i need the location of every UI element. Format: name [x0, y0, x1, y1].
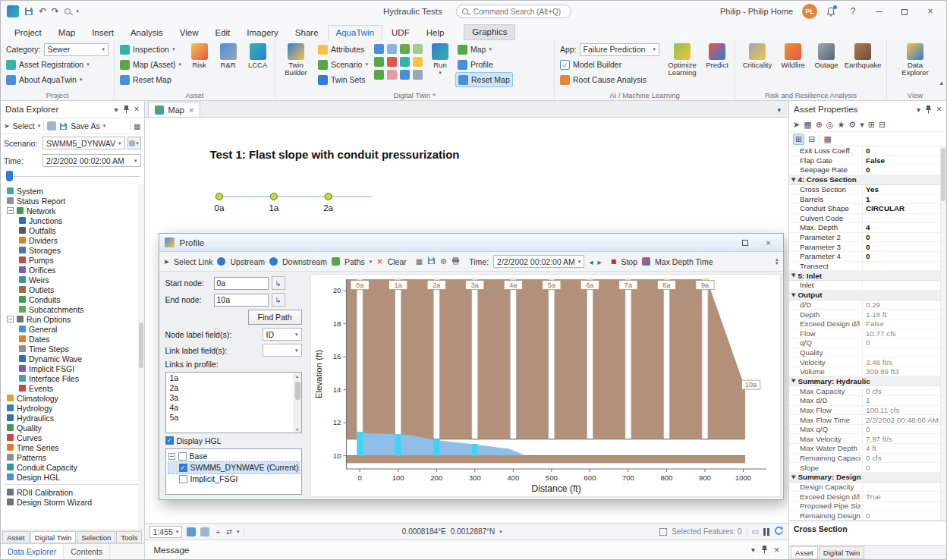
section-collapse-icon[interactable]: ▼: [791, 292, 795, 298]
property-row-remaining-capaci[interactable]: Remaining Capaci0 cfs: [789, 454, 946, 464]
pointer-icon[interactable]: ➤: [793, 121, 800, 129]
ribbon-tab-view[interactable]: View: [172, 26, 206, 40]
save-as-button[interactable]: Save As: [71, 121, 100, 131]
profile-chart-area[interactable]: 0a1a2a3a4a5a6a7a8a9a10a10121416182001002…: [310, 274, 781, 497]
explorer-tab-digital-twin[interactable]: Digital Twin: [30, 531, 76, 543]
explorer-tab-selection[interactable]: Selection: [77, 531, 115, 543]
ribbon-tab-imagery[interactable]: Imagery: [239, 26, 286, 40]
criticality-button[interactable]: Criticality: [740, 42, 775, 71]
property-section-4-cross-section[interactable]: ▼4: Cross Section: [789, 175, 946, 185]
select-link-button[interactable]: Select Link: [174, 257, 212, 266]
run-button[interactable]: Run▾: [427, 42, 453, 78]
property-value[interactable]: 1.18 ft: [863, 310, 946, 319]
lcca-button[interactable]: LCCA: [244, 42, 272, 71]
panel-menu-chevron-icon[interactable]: ▾: [114, 105, 118, 114]
refresh-tree-icon[interactable]: [47, 121, 56, 131]
command-search-box[interactable]: [456, 5, 571, 18]
reset-map-dt-button[interactable]: Reset Map: [455, 72, 513, 87]
property-value[interactable]: 0: [863, 165, 946, 174]
polyline-tool-icon[interactable]: [400, 44, 410, 54]
dock-tab-contents[interactable]: Contents: [64, 544, 110, 559]
ribbon-tab-project[interactable]: Project: [7, 26, 49, 40]
property-section-summary-hydraulic[interactable]: ▼Summary: Hydraulic: [789, 376, 946, 386]
tree-item-interface-files[interactable]: Interface Files: [4, 373, 144, 383]
ribbon-tab-analysis[interactable]: Analysis: [123, 26, 171, 40]
qat-customize-chevron-icon[interactable]: ▾: [76, 8, 79, 14]
property-row-flap-gate[interactable]: Flap GateFalse: [789, 156, 946, 166]
tree-item-climatology[interactable]: Climatology: [4, 393, 144, 403]
dock-tab-data-explorer[interactable]: Data Explorer: [1, 544, 64, 559]
property-value[interactable]: 1: [863, 195, 946, 203]
property-value[interactable]: 0.29: [863, 300, 946, 309]
property-value[interactable]: False: [863, 156, 946, 165]
tree-item-run-options[interactable]: −Run Options: [4, 314, 144, 324]
node-label-field-select[interactable]: ID▾: [263, 328, 302, 341]
tree-item-design-hgl[interactable]: Design HGL: [4, 472, 144, 482]
profile-window-titlebar[interactable]: Profile ×: [159, 234, 783, 252]
close-button[interactable]: ×: [922, 6, 939, 17]
property-row-seepage-rate[interactable]: Seepage Rate0: [789, 165, 946, 175]
link-item-5a[interactable]: 5a: [166, 412, 301, 422]
message-chevron-icon[interactable]: ▾: [751, 546, 755, 554]
properties-close-icon[interactable]: ×: [936, 104, 942, 115]
clear-button[interactable]: Clear: [388, 257, 407, 266]
ribbon-tab-aquatwin[interactable]: AquaTwin: [328, 25, 383, 40]
zoom-tool-icon[interactable]: [64, 8, 71, 14]
tree-item-dates[interactable]: Dates: [4, 334, 144, 344]
signed-in-user[interactable]: Philip - Philip Home: [720, 7, 793, 16]
ribbon-tab-map[interactable]: Map: [51, 26, 83, 40]
expand-all-icon[interactable]: ⊞: [868, 121, 875, 129]
property-row-max-capacity[interactable]: Max Capacity0 cfs: [789, 386, 946, 396]
property-row-exceed-design-d-l[interactable]: Exceed Design d/lFalse: [789, 319, 946, 329]
scroll-up-icon[interactable]: ▴: [294, 373, 301, 379]
property-value[interactable]: 0 cfs: [863, 454, 946, 462]
print-icon[interactable]: [451, 256, 460, 266]
property-value[interactable]: 4 ft: [863, 444, 946, 452]
save-icon[interactable]: [24, 7, 33, 16]
tree-item-time-steps[interactable]: Time Steps: [4, 344, 144, 354]
ribbon-tab-edit[interactable]: Edit: [207, 26, 238, 40]
link-item-3a[interactable]: 3a: [166, 392, 301, 402]
property-row-max-q-q[interactable]: Max q/Q0: [789, 425, 946, 435]
gear-icon[interactable]: ⚙: [848, 121, 856, 129]
minimize-button[interactable]: [870, 6, 887, 17]
expander-icon[interactable]: −: [7, 207, 14, 214]
upstream-button[interactable]: Upstream: [230, 257, 265, 266]
time-slider[interactable]: [5, 169, 140, 184]
tree-item-status-report[interactable]: Status Report: [4, 196, 144, 206]
step-forward-icon[interactable]: ▸: [598, 257, 602, 266]
tree-item-quality[interactable]: Quality: [4, 423, 144, 433]
multi-select-icon[interactable]: ▦: [804, 121, 811, 129]
close-panel-icon[interactable]: ×: [134, 104, 140, 115]
property-row-max-flow-time[interactable]: Max Flow Time2/2/2002 00:48:00 AM: [789, 415, 946, 425]
tree-item-hydrology[interactable]: Hydrology: [4, 403, 144, 413]
pan-arrows-icon[interactable]: ⇄: [226, 528, 232, 536]
earthquake-button[interactable]: Earthquake: [844, 42, 882, 71]
tree-item-events[interactable]: Events: [4, 383, 144, 393]
property-value[interactable]: 1: [863, 396, 946, 404]
section-collapse-icon[interactable]: ▼: [791, 474, 795, 480]
property-row-cross-section[interactable]: Cross SectionYes: [789, 185, 946, 195]
property-value[interactable]: 309.89 ft3: [863, 367, 946, 376]
property-value[interactable]: Yes: [863, 185, 946, 193]
link-item-1a[interactable]: 1a: [166, 373, 301, 382]
properties-menu-chevron-icon[interactable]: ▾: [917, 105, 920, 114]
locate-icon[interactable]: ◎: [826, 121, 834, 129]
property-section-summary-design[interactable]: ▼Summary: Design: [789, 473, 946, 483]
property-row-parameter-2[interactable]: Parameter 20: [789, 233, 946, 243]
link-label-field-select[interactable]: ▾: [263, 344, 302, 357]
wildfire-button[interactable]: Wildfire: [777, 42, 809, 71]
downstream-button[interactable]: Downstream: [282, 257, 327, 266]
tree-item-orifices[interactable]: Orifices: [4, 265, 144, 275]
explorer-tab-asset[interactable]: Asset: [2, 531, 30, 543]
crosshair-icon[interactable]: ＋: [214, 527, 222, 537]
layer-checkbox[interactable]: [179, 475, 187, 483]
property-section-5-inlet[interactable]: ▼5: Inlet: [789, 271, 946, 281]
refresh-button[interactable]: [774, 526, 784, 537]
tree-item-implicit-fsgi[interactable]: Implicit FSGI: [4, 363, 144, 373]
remove-node-icon[interactable]: [387, 70, 397, 80]
link-item-4a[interactable]: 4a: [166, 402, 301, 412]
tree-item-outfalls[interactable]: Outfalls: [4, 225, 144, 235]
property-row-max-flow[interactable]: Max Flow100.11 cfs: [789, 406, 946, 416]
categorized-view-icon[interactable]: ⊞: [793, 134, 804, 145]
